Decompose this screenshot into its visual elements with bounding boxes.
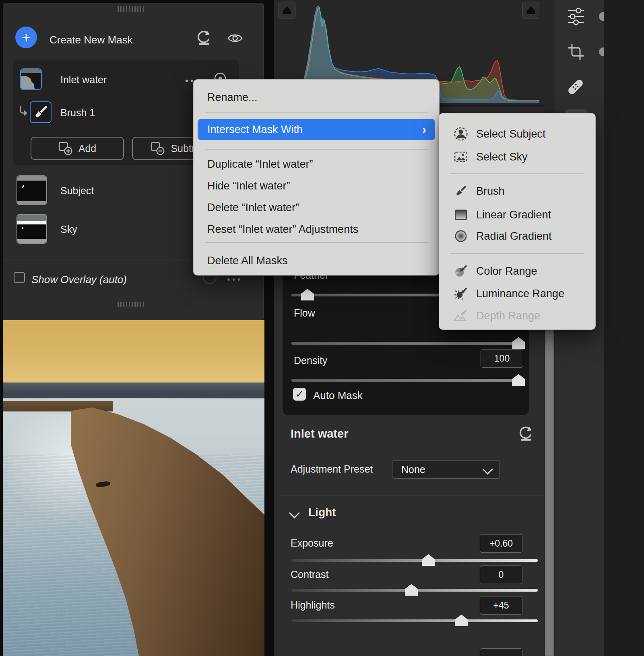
submenu-item-luminance-range[interactable]: Luminance Range: [454, 286, 564, 301]
edit-sliders-icon[interactable]: [566, 6, 586, 27]
adjustment-preset-dropdown[interactable]: None: [392, 460, 500, 479]
subtract-mask-icon: [151, 142, 165, 155]
flow-label: Flow: [294, 307, 315, 319]
clipping-triangle-icon: [282, 5, 292, 15]
panel-drag-handle[interactable]: [118, 6, 144, 12]
contrast-value-box[interactable]: 0: [480, 566, 522, 584]
mask-thumbnail-inlet-water[interactable]: [20, 68, 42, 90]
menu-item-reset-adjustments[interactable]: Reset “Inlet water” Adjustments: [207, 223, 358, 236]
mask-subject-label[interactable]: Subject: [60, 185, 94, 197]
component-name-label[interactable]: Brush 1: [60, 107, 95, 119]
radial-gradient-icon: [454, 229, 468, 243]
highlight-clipping-indicator[interactable]: [522, 2, 539, 19]
brush-icon: [454, 184, 468, 198]
panel-drag-handle-bottom[interactable]: [118, 302, 144, 307]
crop-icon[interactable]: [567, 43, 585, 61]
clipping-triangle-icon: [526, 5, 536, 15]
flow-slider[interactable]: [291, 337, 521, 349]
highlights-value-box[interactable]: +45: [480, 596, 522, 615]
density-slider-thumb[interactable]: [512, 374, 525, 386]
component-indent-arrow-icon: [18, 105, 30, 117]
highlights-slider-track[interactable]: [291, 619, 538, 622]
adjustment-preset-label: Adjustment Preset: [291, 463, 373, 475]
menu-item-intersect-mask-with[interactable]: Intersect Mask With ›: [198, 119, 435, 140]
create-new-mask-label[interactable]: Create New Mask: [50, 34, 133, 46]
create-new-mask-button[interactable]: +: [15, 27, 37, 48]
section-divider: [279, 496, 543, 496]
component-thumbnail-brush[interactable]: [30, 101, 52, 123]
overlay-options-icon[interactable]: •••: [227, 274, 242, 285]
submenu-item-label: Select Sky: [476, 151, 528, 163]
flow-slider-thumb[interactable]: [512, 337, 525, 349]
auto-mask-label[interactable]: Auto Mask: [313, 389, 363, 402]
contrast-slider[interactable]: [291, 584, 538, 596]
auto-mask-checkbox[interactable]: ✓: [293, 388, 306, 401]
mask-name-label[interactable]: Inlet water: [60, 74, 107, 86]
menu-item-delete-all-masks[interactable]: Delete All Masks: [207, 255, 288, 267]
contrast-label: Contrast: [291, 569, 328, 580]
eye-icon[interactable]: [227, 32, 243, 44]
mask-thumbnail-sky[interactable]: [17, 214, 47, 244]
canvas-background: [0, 320, 274, 656]
linear-gradient-icon: [454, 208, 468, 222]
mask-detail-title: Inlet water: [291, 427, 348, 440]
flow-slider-track[interactable]: [291, 342, 521, 345]
submenu-item-label: Linear Gradient: [476, 209, 551, 221]
submenu-item-label: Depth Range: [476, 310, 540, 322]
menu-separator: [205, 112, 428, 113]
shadows-value-box-partial[interactable]: [480, 648, 522, 656]
highlights-label: Highlights: [291, 599, 335, 611]
shadow-clipping-indicator[interactable]: [279, 2, 295, 19]
exposure-label: Exposure: [291, 537, 333, 549]
exposure-value-box[interactable]: +0.60: [480, 534, 522, 553]
photo-canvas[interactable]: [3, 320, 264, 656]
mask-sky-label[interactable]: Sky: [60, 224, 77, 235]
add-button[interactable]: Add: [31, 137, 124, 160]
menu-separator: [205, 149, 428, 150]
submenu-item-radial-gradient[interactable]: Radial Gradient: [454, 229, 552, 243]
mask-thumbnail-subject[interactable]: [17, 175, 47, 205]
menu-separator: [450, 253, 584, 254]
select-sky-icon: [454, 150, 468, 164]
submenu-item-linear-gradient[interactable]: Linear Gradient: [454, 208, 551, 222]
mask-context-menu: Rename... Intersect Mask With › Duplicat…: [193, 79, 440, 276]
contrast-slider-thumb[interactable]: [405, 584, 418, 596]
submenu-item-select-subject[interactable]: Select Subject: [454, 127, 546, 141]
healing-bandaid-icon[interactable]: [565, 76, 586, 97]
reset-adjustments-icon[interactable]: [518, 426, 534, 442]
submenu-item-brush[interactable]: Brush: [454, 184, 505, 198]
menu-separator: [205, 242, 428, 243]
menu-item-duplicate[interactable]: Duplicate “Inlet water”: [207, 158, 313, 171]
submenu-item-label: Radial Gradient: [476, 230, 552, 243]
feather-slider-thumb[interactable]: [301, 289, 314, 300]
chevron-down-icon: [482, 464, 493, 475]
menu-item-label: Intersect Mask With: [207, 123, 303, 136]
submenu-item-label: Luminance Range: [476, 288, 564, 300]
highlights-slider[interactable]: [291, 615, 538, 627]
show-overlay-checkbox[interactable]: [14, 272, 25, 283]
scrollbar-thumb[interactable]: [545, 277, 554, 656]
submenu-item-label: Select Subject: [476, 128, 546, 140]
exposure-slider[interactable]: [291, 554, 538, 566]
submenu-item-label: Brush: [476, 185, 505, 197]
highlights-slider-thumb[interactable]: [455, 615, 468, 626]
density-slider[interactable]: [291, 374, 521, 386]
undo-icon[interactable]: [196, 30, 212, 46]
section-divider: [279, 420, 543, 420]
submenu-item-label: Color Range: [476, 265, 537, 278]
submenu-item-select-sky[interactable]: Select Sky: [454, 150, 528, 164]
preset-value: None: [401, 464, 425, 475]
light-section-title[interactable]: Light: [308, 506, 336, 519]
right-edge-panel: [604, 0, 644, 656]
add-button-label: Add: [78, 143, 96, 154]
menu-item-delete[interactable]: Delete “Inlet water”: [207, 202, 299, 214]
submenu-item-color-range[interactable]: Color Range: [454, 264, 537, 278]
menu-item-hide[interactable]: Hide “Inlet water”: [207, 180, 290, 192]
menu-item-rename[interactable]: Rename...: [207, 91, 258, 104]
density-slider-track[interactable]: [291, 379, 521, 382]
show-overlay-label[interactable]: Show Overlay (auto): [31, 274, 127, 286]
exposure-slider-thumb[interactable]: [422, 554, 435, 566]
exposure-slider-track[interactable]: [291, 559, 538, 562]
density-value-box[interactable]: 100: [481, 349, 523, 368]
color-range-icon: [454, 264, 468, 278]
